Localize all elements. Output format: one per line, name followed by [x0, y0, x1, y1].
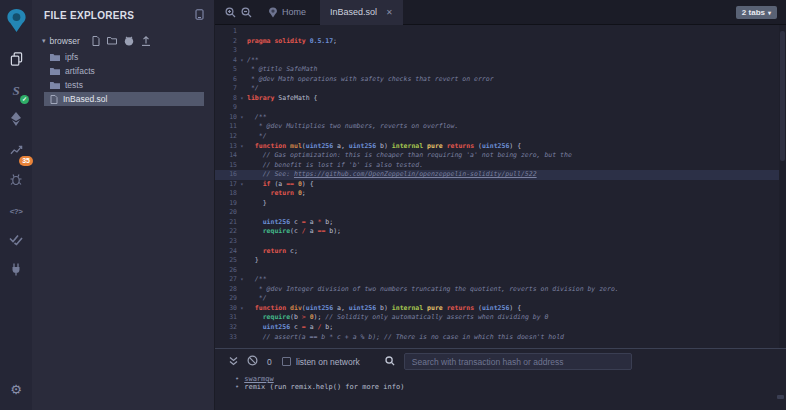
code-line-15[interactable]: 15 // benefit is lost if 'b' is also tes… [215, 161, 786, 171]
fold-caret-icon[interactable]: ▾ [237, 275, 247, 285]
code-line-13[interactable]: 13▾ function mul(uint256 a, uint256 b) i… [215, 142, 786, 152]
line-number[interactable]: 3 [215, 46, 237, 56]
sidebar-item-file-explorer[interactable] [0, 46, 32, 76]
github-icon[interactable] [124, 36, 134, 46]
code-line-4[interactable]: 4▾/** [215, 56, 786, 66]
line-number[interactable]: 2 [215, 37, 237, 47]
code-line-27[interactable]: 27▾ /** [215, 275, 786, 285]
line-number[interactable]: 24 [215, 247, 237, 257]
line-number[interactable]: 23 [215, 237, 237, 247]
new-file-icon[interactable] [92, 36, 100, 46]
publish-icon[interactable] [141, 36, 151, 46]
code-line-28[interactable]: 28 * @dev Integer division of two number… [215, 285, 786, 295]
open-folder-icon[interactable] [107, 36, 117, 45]
tab-home[interactable]: Home [258, 0, 316, 25]
line-number[interactable]: 30 [215, 304, 237, 314]
remix-logo-icon[interactable] [5, 7, 28, 34]
line-number[interactable]: 1 [215, 27, 237, 37]
code-line-17[interactable]: 17▾ if (a == 0) { [215, 180, 786, 190]
line-number[interactable]: 20 [215, 208, 237, 218]
code-line-19[interactable]: 19 } [215, 199, 786, 209]
line-number[interactable]: 14 [215, 151, 237, 161]
line-number[interactable]: 19 [215, 199, 237, 209]
code-line-3[interactable]: 3 [215, 46, 786, 56]
code-line-33[interactable]: 33 // assert(a == b * c + a % b); // The… [215, 333, 786, 343]
zoom-in-icon[interactable] [222, 7, 238, 18]
code-line-10[interactable]: 10▾ /** [215, 113, 786, 123]
line-number[interactable]: 33 [215, 333, 237, 343]
terminal-scrollbar-thumb[interactable] [777, 395, 784, 399]
line-number[interactable]: 32 [215, 323, 237, 333]
explorer-menu-icon[interactable] [195, 9, 204, 22]
line-number[interactable]: 4 [215, 56, 237, 66]
sidebar-item-debugger[interactable] [0, 166, 32, 196]
listen-on-network-checkbox[interactable] [282, 357, 291, 366]
code-line-2[interactable]: 2pragma solidity 0.5.17; [215, 37, 786, 47]
fold-caret-icon[interactable]: ▾ [237, 113, 247, 123]
code-line-20[interactable]: 20 [215, 208, 786, 218]
tree-root-browser[interactable]: ▾ browser [42, 33, 214, 48]
line-number[interactable]: 26 [215, 266, 237, 276]
code-line-30[interactable]: 30▾ function div(uint256 a, uint256 b) i… [215, 304, 786, 314]
fold-caret-icon[interactable]: ▾ [237, 180, 247, 190]
line-number[interactable]: 21 [215, 218, 237, 228]
line-number[interactable]: 13 [215, 142, 237, 152]
line-number[interactable]: 28 [215, 285, 237, 295]
fold-caret-icon[interactable]: ▾ [237, 94, 247, 104]
listen-on-network-label[interactable]: listen on network [296, 357, 360, 367]
line-number[interactable]: 8 [215, 94, 237, 104]
line-number[interactable]: 31 [215, 313, 237, 323]
line-number[interactable]: 12 [215, 132, 237, 142]
code-line-25[interactable]: 25 } [215, 256, 786, 266]
tab-inbased-sol[interactable]: InBased.sol ✕ [320, 0, 403, 25]
sidebar-item-deploy-run[interactable] [0, 106, 32, 136]
close-tab-icon[interactable]: ✕ [386, 8, 393, 17]
line-number[interactable]: 11 [215, 122, 237, 132]
fold-caret-icon[interactable]: ▾ [237, 142, 247, 152]
line-number[interactable]: 6 [215, 75, 237, 85]
sidebar-item-solidity-compiler[interactable]: S ✓ [0, 76, 32, 106]
code-line-8[interactable]: 8▾library SafeMath { [215, 94, 786, 104]
expand-terminal-icon[interactable] [229, 356, 238, 368]
line-number[interactable]: 25 [215, 256, 237, 266]
sidebar-item-code-editor[interactable]: <?> [0, 196, 32, 226]
zoom-out-icon[interactable] [238, 7, 254, 18]
code-line-29[interactable]: 29 */ [215, 294, 786, 304]
settings-button[interactable]: ⚙ [0, 374, 32, 404]
line-number[interactable]: 9 [215, 103, 237, 113]
tree-folder-ipfs[interactable]: ipfs [44, 50, 204, 64]
line-number[interactable]: 22 [215, 227, 237, 237]
code-line-24[interactable]: 24 return c; [215, 247, 786, 257]
terminal-link[interactable]: swarmgw [244, 375, 274, 383]
line-number[interactable]: 18 [215, 189, 237, 199]
code-line-6[interactable]: 6 * @dev Math operations with safety che… [215, 75, 786, 85]
line-number[interactable]: 15 [215, 161, 237, 171]
clear-console-icon[interactable] [247, 355, 258, 368]
code-line-32[interactable]: 32 uint256 c = a / b; [215, 323, 786, 333]
line-number[interactable]: 29 [215, 294, 237, 304]
code-line-21[interactable]: 21 uint256 c = a * b; [215, 218, 786, 228]
code-line-14[interactable]: 14 // Gas optimization: this is cheaper … [215, 151, 786, 161]
code-line-5[interactable]: 5 * @title SafeMath [215, 65, 786, 75]
tree-file-InBased.sol[interactable]: InBased.sol [44, 92, 204, 106]
editor-scrollbar-thumb[interactable] [780, 31, 785, 161]
code-line-7[interactable]: 7 */ [215, 84, 786, 94]
code-line-18[interactable]: 18 return 0; [215, 189, 786, 199]
line-number[interactable]: 5 [215, 65, 237, 75]
code-line-1[interactable]: 1 [215, 27, 786, 37]
code-line-11[interactable]: 11 * @dev Multiplies two numbers, revert… [215, 122, 786, 132]
code-line-26[interactable]: 26 [215, 266, 786, 276]
line-number[interactable]: 16 [215, 170, 237, 180]
code-editor[interactable]: 12pragma solidity 0.5.17;34▾/**5 * @titl… [215, 25, 786, 348]
code-line-12[interactable]: 12 */ [215, 132, 786, 142]
fold-caret-icon[interactable]: ▾ [237, 56, 247, 66]
code-line-16[interactable]: 16 // See: https://github.com/OpenZeppel… [215, 170, 786, 180]
tree-folder-artifacts[interactable]: artifacts [44, 64, 204, 78]
code-line-23[interactable]: 23 [215, 237, 786, 247]
editor-scrollbar[interactable] [779, 25, 786, 348]
line-number[interactable]: 17 [215, 180, 237, 190]
code-line-9[interactable]: 9 [215, 103, 786, 113]
sidebar-item-analysis[interactable]: 35 [0, 136, 32, 166]
tabs-count-badge[interactable]: 2 tabs ▾ [736, 6, 777, 19]
sidebar-item-plugin-manager[interactable] [0, 256, 32, 286]
